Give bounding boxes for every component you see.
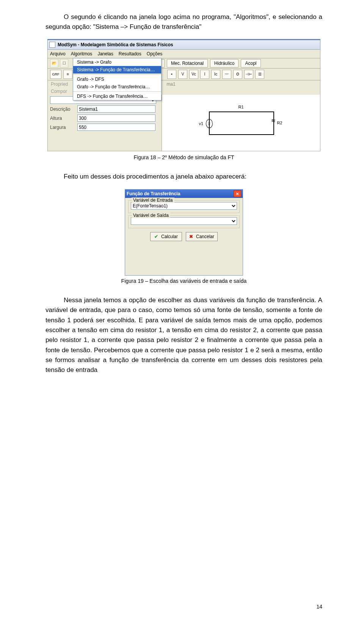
tab-hidraulico[interactable]: Hidráulico — [210, 59, 238, 67]
dd-separator-1 — [73, 74, 161, 75]
propried-label: Propried — [51, 82, 68, 87]
cancelar-button[interactable]: ✖ Cancelar — [186, 232, 218, 241]
menu-arquivo[interactable]: Arquivo — [50, 51, 66, 56]
circuit-canvas: R1 R2 v1 ± ≋ — [162, 95, 320, 151]
entrada-select[interactable]: E(FonteTensao1) — [131, 202, 237, 210]
check-icon: ✔ — [154, 234, 160, 239]
dd-grafo-dfs[interactable]: Grafo -> DFS — [73, 75, 161, 83]
group-saida: Variável de Saída — [128, 215, 240, 228]
tool-ic-icon[interactable]: Ic — [211, 70, 220, 79]
resistor-icon: ≋ — [271, 118, 275, 124]
tool-inductor-icon[interactable]: ʘ — [233, 70, 242, 79]
ma1-label: ma1 — [166, 82, 175, 87]
r1-label: R1 — [238, 105, 244, 109]
app-icon — [49, 42, 55, 48]
menu-opcoes[interactable]: Opções — [147, 51, 162, 56]
dd-dfs-ft[interactable]: DFS -> Função de Transferência… — [73, 93, 161, 100]
figure19-caption: Figura 19 – Escolha das variáveis de ent… — [46, 278, 322, 284]
close-icon[interactable]: ✕ — [234, 190, 241, 197]
largura-input[interactable] — [77, 124, 155, 131]
paragraph-intro: O segundo é clicando na janela logo acim… — [46, 12, 322, 32]
tool-coil-icon[interactable]: ☰ — [255, 70, 264, 79]
cancelar-label: Cancelar — [196, 234, 214, 239]
r2-label: R2 — [277, 121, 282, 125]
group-entrada: Variável de Entrada E(FonteTensao1) — [128, 200, 240, 213]
tool-i-icon[interactable]: I — [200, 70, 209, 79]
screenshot-modsym: ModSym - Modelagem Simbólica de Sistemas… — [47, 39, 320, 151]
page-number: 14 — [316, 604, 322, 610]
figure18-caption: Figura 18 – 2º Método de simulação da FT — [46, 154, 322, 160]
calcular-label: Calcular — [161, 234, 178, 239]
menu-algoritmos[interactable]: Algoritmos — [71, 51, 93, 56]
menu-bar: Arquivo Algoritmos Janelas Resultados Op… — [47, 50, 320, 58]
saida-label: Variável de Saída — [132, 213, 170, 218]
window-title: ModSym - Modelagem Simbólica de Sistemas… — [58, 42, 173, 47]
entrada-label: Variável de Entrada — [132, 198, 174, 203]
source-icon: ± — [206, 119, 213, 128]
tool-resistor-icon[interactable]: 〰 — [222, 70, 231, 79]
v1-label: v1 — [199, 121, 204, 126]
desc-input[interactable] — [77, 105, 155, 113]
dialog-titlebar: Função de Transferência ✕ — [125, 190, 243, 198]
tab-rotacional[interactable]: Mec. Rotacional — [167, 59, 208, 67]
window-titlebar: ModSym - Modelagem Simbólica de Sistemas… — [47, 40, 320, 50]
altura-input[interactable] — [77, 115, 155, 122]
tool-v-icon[interactable]: V — [178, 70, 187, 79]
dd-separator-2 — [73, 91, 161, 92]
paragraph-mid: Feito um desses dois procedimentos a jan… — [46, 172, 322, 182]
dd-sistema-ft[interactable]: Sistema -> Função de Transferência… — [73, 66, 161, 74]
algoritmos-dropdown: Sistema -> Grafo Sistema -> Função de Tr… — [73, 58, 162, 100]
main-area: Descrição Altura Largura — [47, 95, 320, 151]
tb-new-icon[interactable]: ☐ — [60, 59, 68, 67]
circuit-diagram: R1 R2 v1 ± ≋ — [201, 104, 281, 142]
tb-open-icon[interactable]: 📂 — [50, 59, 58, 67]
x-icon: ✖ — [189, 234, 195, 239]
tab-acopl[interactable]: Acopl — [241, 59, 260, 67]
tool-vc-icon[interactable]: Vc — [189, 70, 198, 79]
tool-bars-icon[interactable]: ≡ — [63, 70, 72, 79]
largura-label: Largura — [50, 125, 77, 130]
altura-label: Altura — [50, 116, 77, 121]
tool-dot-icon[interactable]: • — [167, 70, 176, 79]
properties-panel: Descrição Altura Largura — [48, 95, 162, 151]
paragraph-body: Nessa janela temos a opção de escolher a… — [46, 295, 322, 375]
dialog-title: Função de Transferência — [127, 191, 180, 196]
dd-sistema-grafo[interactable]: Sistema -> Grafo — [73, 58, 161, 66]
desc-label: Descrição — [50, 107, 77, 112]
dialog-buttons: ✔ Calcular ✖ Cancelar — [125, 228, 243, 244]
saida-select[interactable] — [131, 217, 237, 225]
menu-janelas[interactable]: Janelas — [97, 51, 113, 56]
calcular-button[interactable]: ✔ Calcular — [150, 232, 182, 241]
dd-grafo-ft[interactable]: Grafo -> Função de Transferência… — [73, 83, 161, 91]
tool-grf[interactable]: GRF — [50, 70, 61, 79]
tool-capacitor-icon[interactable]: ⊣⊢ — [244, 70, 253, 79]
screenshot-dialog: Função de Transferência ✕ Variável de En… — [125, 189, 243, 276]
compor-label: Compor — [51, 89, 67, 94]
menu-resultados[interactable]: Resultados — [119, 51, 141, 56]
